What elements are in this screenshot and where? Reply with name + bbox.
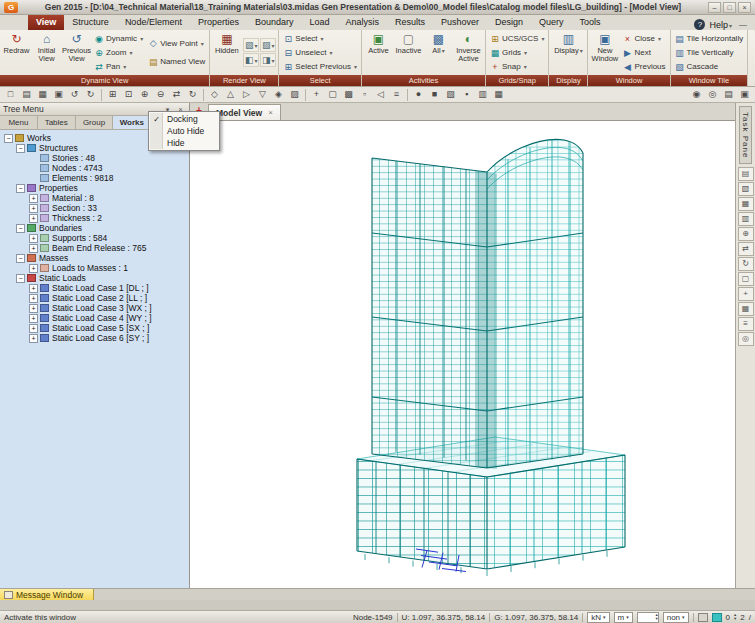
previous-window-button[interactable]: ◀ Previous [620,60,667,73]
pan-icon[interactable]: ⇄ [169,88,184,102]
tree-item-nodes[interactable]: Nodes : 4743 [2,163,189,173]
ucs-gcs-button[interactable]: ⊞ UCS/GCS [488,32,546,45]
menu-item-docking[interactable]: ✓ Docking [149,113,219,125]
grid-toggle-icon[interactable]: ▦ [491,88,506,102]
select-plane-icon[interactable]: ≡ [389,88,404,102]
ribbon-tab-results[interactable]: Results [387,15,433,30]
expand-icon[interactable] [29,294,38,303]
tile-horizontally-button[interactable]: ▤ Tile Horizontally [673,32,746,45]
tree-item-boundaries[interactable]: Boundaries [2,223,189,233]
length-unit-select[interactable]: m [614,612,633,623]
rotate-tool-icon[interactable]: ↻ [738,257,754,271]
new-project-icon[interactable]: □ [3,88,18,102]
render-shade-icon[interactable]: ▨ [260,38,276,52]
message-window-tab[interactable]: Message Window [0,589,94,600]
collapse-icon[interactable] [16,224,25,233]
view-point-button[interactable]: ◇ View Point [146,37,207,50]
num-stepper-icon[interactable] [734,613,736,621]
select-single-icon[interactable]: + [309,88,324,102]
print-icon[interactable]: ▣ [51,88,66,102]
iso-view-icon[interactable]: ◇ [207,88,222,102]
select-tool-icon[interactable]: ▢ [738,272,754,286]
display-panel-icon[interactable]: ▥ [738,212,754,226]
query-node-icon[interactable]: ◉ [689,88,704,102]
ribbon-tab-view[interactable]: View [28,15,64,30]
display-option-icon[interactable]: ▥ [475,88,490,102]
render-solid-icon[interactable]: ◨ [260,53,276,67]
select-previous-button[interactable]: ⊞ Select Previous [281,60,359,73]
zoom-window-icon[interactable]: ⊡ [121,88,136,102]
redo-icon[interactable]: ↻ [83,88,98,102]
ribbon-tab-boundary[interactable]: Boundary [247,15,302,30]
node-number-icon[interactable]: ● [411,88,426,102]
zoom-button[interactable]: ⊕ Zoom [92,46,145,59]
zoom-out-icon[interactable]: ⊖ [153,88,168,102]
inverse-active-button[interactable]: ◐ Inverse Active [454,31,483,74]
model-view-canvas[interactable] [190,121,735,588]
decimal-spinner[interactable] [637,612,659,623]
expand-icon[interactable] [29,244,38,253]
tables-panel-icon[interactable]: ▤ [738,167,754,181]
select-window-icon[interactable]: ▢ [325,88,340,102]
close-window-button[interactable]: × Close [620,32,667,45]
render-view-icon[interactable]: ▨ [287,88,302,102]
tree-tab-tables[interactable]: Tables [38,116,76,129]
display-button[interactable]: ▥ Display [551,31,585,74]
pan-button[interactable]: ⇄ Pan [92,60,145,73]
expand-icon[interactable] [29,194,38,203]
tree-item-stories[interactable]: Stories : 48 [2,153,189,163]
expand-icon[interactable] [29,234,38,243]
collapse-icon[interactable] [16,254,25,263]
tree-item-beam-end-release[interactable]: Beam End Release : 765 [2,243,189,253]
maximize-icon[interactable]: □ [723,2,736,13]
expand-icon[interactable] [29,304,38,313]
view-color-icon[interactable] [712,613,722,622]
expand-icon[interactable] [29,334,38,343]
hidden-surface-icon[interactable]: ▧ [443,88,458,102]
render-wireframe-icon[interactable]: ▧ [243,38,259,52]
works-panel-icon[interactable]: ▦ [738,197,754,211]
force-unit-select[interactable]: kN [587,612,609,623]
right-view-icon[interactable]: ▽ [255,88,270,102]
ribbon-tab-design[interactable]: Design [487,15,531,30]
guide-icon[interactable]: ▤ [721,88,736,102]
pan-tool-icon[interactable]: ⇄ [738,242,754,256]
palette-icon[interactable] [698,613,708,622]
menu-item-auto-hide[interactable]: Auto Hide [149,125,219,137]
minimize-icon[interactable]: – [708,2,721,13]
collapse-icon[interactable] [16,184,25,193]
tab-close-icon[interactable]: × [268,108,273,117]
all-button[interactable]: ▩ All [424,31,453,74]
ribbon-tab-tools[interactable]: Tools [572,15,609,30]
tree-item-load-case-6[interactable]: Static Load Case 6 [SY ; ] [2,333,189,343]
grid-tool-icon[interactable]: ▦ [738,302,754,316]
options-icon[interactable]: ◎ [738,332,754,346]
active-button[interactable]: ▣ Active [364,31,393,74]
tree-item-supports[interactable]: Supports : 584 [2,233,189,243]
tree-item-material[interactable]: Material : 8 [2,193,189,203]
tree-item-thickness[interactable]: Thickness : 2 [2,213,189,223]
tree-item-masses[interactable]: Masses [2,253,189,263]
unselect-all-icon[interactable]: ▫ [357,88,372,102]
expand-icon[interactable] [29,324,38,333]
select-previous-icon[interactable]: ◁ [373,88,388,102]
ribbon-tab-load[interactable]: Load [301,15,337,30]
expand-icon[interactable] [29,264,38,273]
spinner-arrows-icon[interactable] [655,613,657,621]
dynamic-button[interactable]: ◉ Dynamic [92,32,145,45]
named-view-button[interactable]: ▤ Named View [146,55,207,68]
render-half-icon[interactable]: ◧ [243,53,259,67]
dynamic-rotate-icon[interactable]: ↻ [185,88,200,102]
tree-tab-works[interactable]: Works [113,116,151,129]
tile-vertically-button[interactable]: ▥ Tile Vertically [673,46,746,59]
cascade-button[interactable]: ▧ Cascade [673,60,746,73]
snap-button[interactable]: + Snap [488,60,546,73]
tree-item-section[interactable]: Section : 33 [2,203,189,213]
expand-icon[interactable] [29,204,38,213]
initial-view-button[interactable]: ⌂ Initial View [32,31,61,74]
tree-tab-menu[interactable]: Menu [0,116,38,129]
menu-item-hide[interactable]: Hide [149,137,219,149]
tree-item-elements[interactable]: Elements : 9818 [2,173,189,183]
ribbon-tab-pushover[interactable]: Pushover [433,15,487,30]
unselect-button[interactable]: ⊟ Unselect [281,46,359,59]
